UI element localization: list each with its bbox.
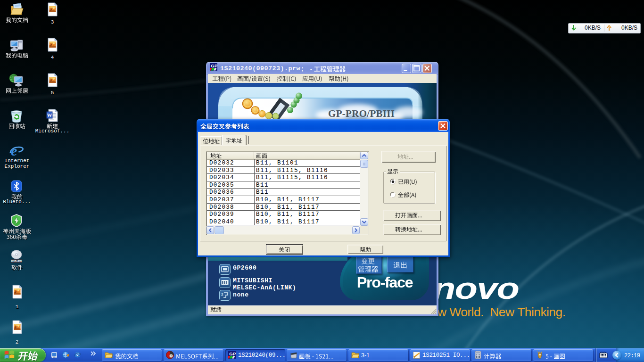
- svg-text:GP: GP: [229, 351, 236, 356]
- svg-text:DVD-RW: DVD-RW: [11, 260, 22, 263]
- svg-text:2: 2: [221, 292, 223, 296]
- svg-text:W: W: [47, 112, 52, 118]
- svg-text:GP: GP: [211, 63, 217, 68]
- svg-text:e: e: [11, 143, 17, 158]
